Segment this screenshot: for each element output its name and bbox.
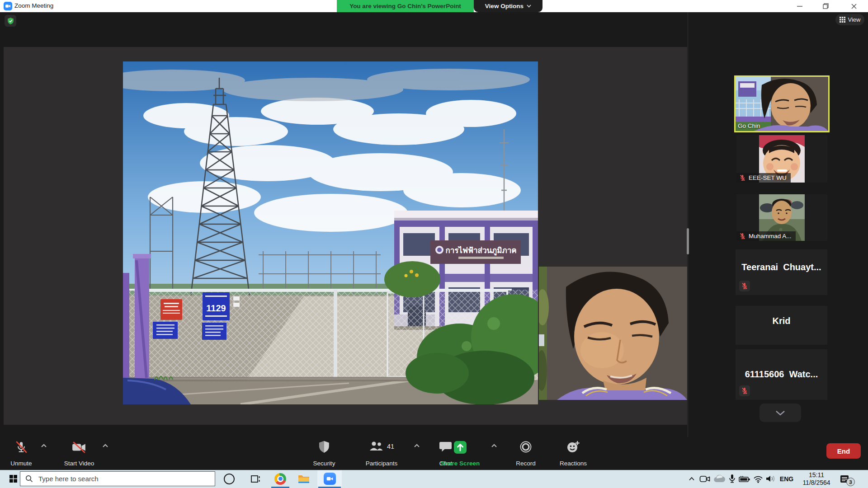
video-options-chevron-icon[interactable] [102, 444, 108, 448]
security-button[interactable]: Security [307, 440, 341, 469]
notification-count: 3 [849, 479, 852, 485]
participants-count: 41 [387, 443, 394, 450]
audio-options-chevron-icon[interactable] [41, 444, 47, 448]
clock-time: 15:11 [794, 471, 839, 479]
task-view-button[interactable] [246, 470, 264, 487]
task-view-icon [250, 474, 260, 483]
file-explorer-button[interactable] [294, 470, 314, 487]
muted-mic-icon [741, 282, 748, 290]
end-label: End [837, 447, 850, 455]
battery-charging-icon [739, 475, 750, 483]
muted-mic-badge [739, 281, 750, 291]
restore-icon [823, 3, 829, 9]
reactions-button[interactable]: Reactions [552, 440, 594, 469]
participant-tile-krid[interactable]: Krid [736, 306, 827, 345]
search-icon [25, 475, 33, 483]
participants-scroll-down-button[interactable] [760, 404, 801, 422]
share-screen-label: Share Screen [441, 460, 480, 467]
restore-button[interactable] [814, 0, 837, 12]
microphone-icon [729, 474, 736, 483]
view-button-label: View [848, 16, 861, 23]
share-screen-icon [453, 441, 467, 454]
taskbar-clock[interactable]: 15:11 11/8/2564 [794, 471, 839, 487]
language-indicator[interactable]: ENG [778, 470, 795, 487]
participant-tile-go-chin[interactable]: Go Chin [734, 75, 830, 132]
zoom-app-icon [4, 2, 12, 10]
participant-tile-muhammad[interactable]: Muhammad A... [736, 194, 827, 241]
muted-mic-icon [739, 174, 746, 181]
unmute-button[interactable]: Unmute [6, 440, 36, 469]
language-label: ENG [780, 475, 793, 483]
participant-label-bar: EEE-SET WU [736, 173, 791, 183]
chevron-down-icon [775, 410, 785, 416]
minimize-button[interactable] [788, 0, 811, 12]
gate-sign-number: 1129 [206, 303, 226, 313]
record-button[interactable]: Record [510, 440, 542, 469]
reactions-icon [566, 441, 580, 453]
participant-tile-eee-set-wu[interactable]: EEE-SET WU [736, 135, 827, 183]
wifi-icon [753, 475, 763, 483]
tray-expand-button[interactable] [685, 470, 698, 487]
participants-options-chevron-icon[interactable] [414, 444, 420, 448]
muted-mic-icon [739, 233, 746, 239]
viewing-banner: You are viewing Go Chin's PowerPoint [337, 0, 474, 12]
zoom-taskbar-icon [324, 473, 336, 485]
close-icon [851, 4, 857, 9]
participant-label-bar: Muhammad A... [736, 231, 796, 241]
participant-tile-teeranai[interactable]: Teeranai Chuayt... [736, 249, 827, 295]
panel-divider-handle[interactable] [687, 228, 689, 254]
volume-icon [765, 474, 776, 483]
shared-slide-image: การไฟฟ้าส่วนภูมิภาค 1129 [123, 61, 538, 404]
participant-name-label: Go Chin [738, 122, 760, 129]
meeting-info-shield-button[interactable] [5, 15, 16, 27]
participant-name-label: Teeranai Chuayt... [736, 262, 827, 272]
camera-muted-icon [71, 441, 87, 454]
camera-device-icon [699, 475, 710, 483]
cortana-button[interactable] [220, 470, 238, 487]
shield-check-icon [7, 17, 14, 25]
building-sign-text: การไฟฟ้าส่วนภูมิภาค [445, 246, 516, 256]
window-title: Zoom Meeting [14, 2, 53, 9]
presenter-face-image [539, 267, 687, 400]
notification-badge: 3 [846, 478, 855, 486]
close-button[interactable] [840, 0, 868, 12]
tray-mic-button[interactable] [726, 470, 738, 487]
participants-icon [369, 441, 383, 452]
start-video-button[interactable]: Start Video [60, 440, 99, 469]
start-button[interactable] [5, 470, 22, 487]
camera-glyph-icon [5, 3, 11, 9]
chevron-down-icon [527, 5, 531, 8]
view-options-label: View Options [485, 3, 524, 9]
view-layout-button[interactable]: View [835, 14, 864, 25]
muted-mic-icon [741, 387, 748, 394]
participants-button[interactable]: 41 Participants [356, 440, 407, 469]
security-shield-icon [318, 441, 330, 453]
end-button[interactable]: End [826, 443, 861, 459]
battery-button[interactable] [737, 470, 752, 487]
cortana-circle-icon [224, 474, 235, 484]
wifi-button[interactable] [752, 470, 764, 487]
mic-muted-icon [14, 441, 28, 454]
presenter-video [539, 267, 687, 400]
participant-name-label: Krid [736, 316, 827, 326]
volume-button[interactable] [764, 470, 778, 487]
record-icon [519, 441, 532, 453]
participant-tile-61115606[interactable]: 61115606 Watc... [736, 349, 827, 400]
tray-camera-button[interactable] [698, 470, 712, 487]
file-explorer-icon [298, 474, 310, 484]
onedrive-cloud-icon [713, 475, 725, 483]
participant-name-label: EEE-SET WU [749, 174, 787, 181]
zoom-meeting-window: Zoom Meeting You are viewing Go Chin's P… [0, 0, 868, 488]
participants-label: Participants [366, 460, 398, 467]
title-bar: Zoom Meeting You are viewing Go Chin's P… [0, 0, 868, 12]
chrome-button[interactable] [270, 470, 290, 487]
grid-icon [840, 17, 845, 23]
view-options-button[interactable]: View Options [474, 0, 542, 12]
share-screen-button[interactable]: Share Screen [435, 440, 486, 469]
zoom-taskbar-button[interactable] [317, 470, 342, 487]
taskbar-search [20, 471, 215, 486]
onedrive-button[interactable] [712, 470, 726, 487]
search-input[interactable] [38, 474, 202, 483]
reactions-label: Reactions [560, 460, 587, 467]
share-options-chevron-icon[interactable] [491, 444, 497, 448]
